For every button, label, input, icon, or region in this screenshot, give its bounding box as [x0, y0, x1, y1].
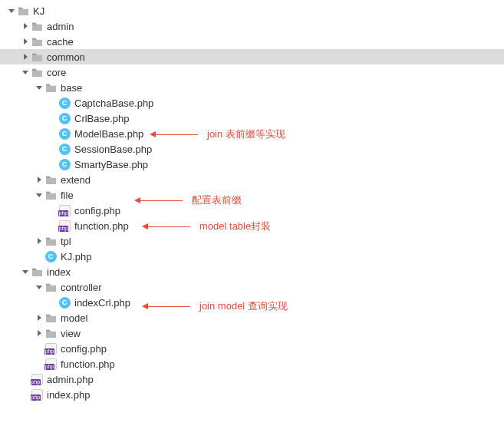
class-file-icon: C — [58, 158, 71, 170]
indent-spacer — [6, 241, 34, 242]
tree-node-label[interactable]: function.php — [61, 358, 115, 370]
folder-icon — [44, 327, 57, 339]
chevron-down-icon[interactable] — [34, 282, 44, 292]
tree-row[interactable]: config.php — [0, 203, 504, 218]
tree-node-label[interactable]: index — [47, 266, 71, 278]
indent-spacer — [6, 318, 34, 319]
chevron-right-icon[interactable] — [34, 174, 44, 185]
tree-node-label[interactable]: model — [61, 312, 87, 324]
tree-row[interactable]: tpl — [0, 233, 504, 249]
php-file-icon — [44, 342, 57, 355]
indent-spacer — [6, 180, 34, 180]
tree-node-label[interactable]: common — [47, 51, 85, 63]
c-badge: C — [59, 128, 71, 140]
chevron-down-icon[interactable] — [6, 5, 17, 16]
annotation-arrow-head-icon — [150, 131, 156, 137]
tree-row[interactable]: admin — [0, 18, 504, 34]
indent-spacer — [6, 226, 48, 226]
tree-row[interactable]: CSessionBase.php — [0, 141, 504, 157]
tree-node-label[interactable]: ModelBase.php — [74, 128, 143, 140]
tree-row[interactable]: index.php — [0, 387, 504, 402]
indent-spacer — [6, 149, 48, 150]
folder-icon — [31, 35, 43, 48]
tree-node-label[interactable]: SmartyBase.php — [74, 159, 148, 170]
tree-node-label[interactable]: SessionBase.php — [74, 144, 152, 155]
tree-node-label[interactable]: indexCrl.php — [74, 297, 130, 309]
indent-spacer — [6, 348, 34, 349]
tree-node-label[interactable]: cache — [47, 36, 74, 48]
tree-node-label[interactable]: base — [61, 82, 82, 94]
tree-row[interactable]: CCaptchaBase.php — [0, 95, 504, 111]
tree-node-label[interactable]: extend — [61, 174, 91, 186]
tree-row[interactable]: KJ — [0, 3, 504, 18]
tree-node-label[interactable]: config.php — [74, 205, 120, 216]
chevron-down-icon[interactable] — [34, 190, 44, 200]
tree-row[interactable]: CCrlBase.php — [0, 111, 504, 126]
chevron-right-icon[interactable] — [20, 51, 31, 62]
folder-icon — [31, 20, 43, 32]
tree-row[interactable]: view — [0, 325, 504, 341]
tree-node-label[interactable]: file — [61, 190, 74, 201]
php-badge — [59, 205, 71, 216]
tree-node-label[interactable]: admin.php — [47, 374, 94, 385]
tree-row[interactable]: CKJ.php — [0, 249, 504, 264]
tree-row[interactable]: common — [0, 49, 504, 64]
chevron-right-icon[interactable] — [34, 328, 44, 338]
chevron-right-icon[interactable] — [20, 21, 31, 31]
chevron-down-icon[interactable] — [20, 67, 31, 78]
php-badge — [31, 374, 43, 385]
tree-node-label[interactable]: admin — [47, 21, 74, 32]
class-file-icon: C — [58, 296, 71, 309]
chevron-right-icon[interactable] — [34, 312, 44, 323]
tree-row[interactable]: config.php — [0, 341, 504, 356]
folder-icon — [31, 51, 43, 63]
c-badge: C — [45, 251, 57, 263]
tree-row[interactable]: CSmartyBase.php — [0, 157, 504, 172]
c-badge: C — [59, 159, 71, 170]
tree-row[interactable]: admin.php — [0, 372, 504, 387]
tree-node-label[interactable]: KJ.php — [61, 251, 91, 263]
tree-row[interactable]: base — [0, 80, 504, 95]
tree-node-label[interactable]: view — [61, 328, 81, 339]
chevron-right-icon[interactable] — [20, 36, 31, 47]
tree-row[interactable]: model — [0, 310, 504, 325]
chevron-right-icon[interactable] — [34, 236, 44, 246]
tree-row[interactable]: file配置表前缀 — [0, 187, 504, 203]
folder-icon — [44, 189, 57, 201]
folder-icon — [44, 81, 57, 94]
tree-node-label[interactable]: CrlBase.php — [74, 113, 130, 124]
tree-row[interactable]: function.phpmodel table封装 — [0, 218, 504, 233]
tree-node-label[interactable]: KJ — [33, 5, 44, 17]
annotation-arrow-shaft — [148, 226, 190, 227]
chevron-down-icon[interactable] — [34, 82, 44, 93]
indent-spacer — [6, 103, 48, 104]
php-file-icon — [44, 358, 57, 370]
tree-row[interactable]: CindexCrl.phpjoin model 查询实现 — [0, 295, 504, 310]
tree-node-label[interactable]: function.php — [74, 220, 129, 232]
tree-row[interactable]: function.php — [0, 356, 504, 372]
tree-row[interactable]: extend — [0, 172, 504, 187]
php-file-icon — [31, 388, 43, 401]
annotation: join 表前缀等实现 — [150, 127, 285, 141]
folder-icon — [31, 66, 43, 78]
tree-node-label[interactable]: index.php — [47, 389, 90, 401]
tree-node-label[interactable]: controller — [61, 282, 101, 293]
tree-node-label[interactable]: CaptchaBase.php — [74, 97, 153, 109]
tree-row[interactable]: core — [0, 64, 504, 80]
class-file-icon: C — [58, 127, 71, 140]
tree-row[interactable]: controller — [0, 279, 504, 295]
indent-spacer — [6, 287, 34, 288]
indent-spacer — [6, 333, 34, 334]
tree-node-label[interactable]: config.php — [61, 343, 107, 355]
chevron-down-icon[interactable] — [20, 266, 31, 277]
tree-node-label[interactable]: tpl — [61, 236, 71, 247]
tree-row[interactable]: index — [0, 264, 504, 279]
indent-spacer — [6, 379, 20, 380]
c-badge: C — [59, 113, 71, 124]
tree-row[interactable]: cache — [0, 34, 504, 49]
tree-node-label[interactable]: core — [47, 67, 66, 78]
tree-row[interactable]: CModelBase.phpjoin 表前缀等实现 — [0, 126, 504, 141]
class-file-icon: C — [44, 250, 57, 263]
indent-spacer — [6, 41, 20, 42]
indent-spacer — [6, 302, 48, 303]
